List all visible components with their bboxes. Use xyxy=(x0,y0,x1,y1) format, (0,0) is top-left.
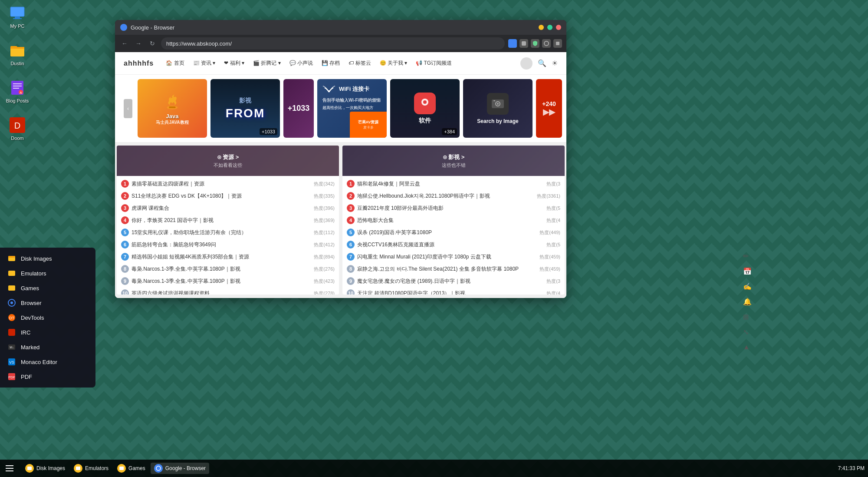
item-num-r8: 8 xyxy=(347,265,355,273)
desktop-icon-doom[interactable]: D Doom xyxy=(9,116,26,141)
banner-wifi[interactable]: WiFi 连接卡 告别手动输入Wi-Fi密码的烦恼 超高性价比，一次购买大地方 … xyxy=(317,79,387,138)
sidebar-item-irc[interactable]: IRC xyxy=(0,325,95,340)
banner-java[interactable]: Java 马士兵JAVA教程 xyxy=(138,79,207,138)
sidebar-item-monaco[interactable]: VS Monaco Editor xyxy=(0,354,95,369)
sidebar-item-games[interactable]: Games xyxy=(0,281,95,295)
svg-text:PDF: PDF xyxy=(8,375,15,379)
ext-google-icon[interactable] xyxy=(508,39,517,48)
bell-icon[interactable]: 🔔 xyxy=(743,298,752,306)
list-item[interactable]: 3 豆瓣2021年度 10部评分最高外语电影 热度(5 xyxy=(342,202,565,214)
pencil-icon[interactable]: ✍ xyxy=(743,282,752,291)
svg-rect-1 xyxy=(15,17,20,18)
sidebar-item-emulators[interactable]: Emulators xyxy=(0,266,95,281)
browser-icon xyxy=(7,298,16,308)
item-heat: 热度(112) xyxy=(314,229,335,236)
close-button[interactable] xyxy=(556,25,561,30)
banner-software[interactable]: 软件 +384 xyxy=(390,79,460,138)
banner-search-by-image[interactable]: Search by Image xyxy=(463,79,533,138)
calendar-icon[interactable]: 📅 xyxy=(743,267,752,275)
list-item[interactable]: 2 地狱公使.Hellbound.Jiok지옥.2021.1080P韩语中字｜影… xyxy=(342,190,565,202)
list-item[interactable]: 10 天注定 超清BD1080P国语中字（2013）｜影视 热度(4 xyxy=(342,287,565,295)
list-item[interactable]: 7 精选韩国小姐姐 短视频4K画质系列35部合集｜资源 热度(894) xyxy=(117,251,339,263)
list-item[interactable]: 1 猫和老鼠4k修复｜阿里云盘 热度(3 xyxy=(342,178,565,190)
nav-news[interactable]: 📰 资讯 ▾ xyxy=(190,58,219,69)
right-panel-header: ⊙ 影视 > 这些也不错 xyxy=(342,146,565,176)
nav-about[interactable]: 😊 关于我 ▾ xyxy=(376,58,411,69)
browser-titlebar: Google - Browser xyxy=(115,20,566,35)
chevron-up-icon[interactable]: ▲ xyxy=(743,343,752,351)
minimize-button[interactable] xyxy=(539,25,544,30)
taskbar-menu-button[interactable] xyxy=(3,462,16,474)
list-item[interactable]: 2 S11全球总决赛 EDG vs DK【4K+1080】｜资源 热度(335) xyxy=(117,190,339,202)
sidebar-item-browser[interactable]: Browser xyxy=(0,295,95,310)
svg-rect-14 xyxy=(8,271,15,276)
forward-button[interactable]: → xyxy=(133,38,144,49)
sidebar-item-pdf[interactable]: PDF PDF xyxy=(0,369,95,384)
item-num-2: 2 xyxy=(121,192,129,200)
svg-point-43 xyxy=(156,466,161,470)
svg-rect-2 xyxy=(13,18,22,19)
list-item[interactable]: 9 毒枭.Narcos.1-3季.全集.中英字幕.1080P｜影视 热度(423… xyxy=(117,275,339,287)
ext-extra-icon[interactable] xyxy=(553,39,562,48)
list-item[interactable]: 1 素描零基础直达四级课程｜资源 热度(342) xyxy=(117,178,339,190)
item-text: 毒枭.Narcos.1-3季.全集.中英字幕.1080P｜影视 xyxy=(132,278,311,285)
list-item[interactable]: 4 恐怖电影大合集 热度(4 xyxy=(342,214,565,226)
ext-vpn-icon[interactable] xyxy=(542,39,551,48)
irc-icon xyxy=(7,328,16,337)
sidebar-item-disk-images[interactable]: Disk Images xyxy=(0,251,95,266)
nav-welfare[interactable]: ❤ 福利 ▾ xyxy=(220,58,248,69)
nav-archive[interactable]: 💾 存档 xyxy=(318,58,343,69)
address-bar[interactable]: https://www.abskoop.com/ xyxy=(161,37,505,50)
resize-icon[interactable]: ⤡ xyxy=(743,328,752,336)
banner-movie[interactable]: 影视 FROM +1033 xyxy=(210,79,280,138)
left-panel-header: ⊙ 资源 > 不如看看这些 xyxy=(117,146,339,176)
taskbar-item-emulators[interactable]: Emulators xyxy=(70,463,112,474)
nav-home[interactable]: 🏠 首页 xyxy=(162,58,187,69)
list-item[interactable]: 5 15堂实用礼仪课，助你职场生活游刃有余（完结） 热度(112) xyxy=(117,226,339,238)
taskbar-emulators-icon xyxy=(74,464,82,473)
refresh-button[interactable]: ↻ xyxy=(147,38,158,49)
taskbar-item-games[interactable]: Games xyxy=(114,463,149,474)
banner-more[interactable]: +240 ▶▶ xyxy=(536,79,562,138)
list-item[interactable]: 3 虎课网 课程集合 热度(396) xyxy=(117,202,339,214)
desktop-icon-my-pc[interactable]: My PC xyxy=(9,4,26,29)
nav-tg[interactable]: 📢 TG订阅频道 xyxy=(412,58,455,69)
desktop-icon-dustin[interactable]: Dustin xyxy=(9,42,26,66)
item-text: 闪电重生 Minnal Murali (2021)印度语中字 1080p 云盘下… xyxy=(357,253,537,261)
table-icon[interactable]: ⊞ xyxy=(743,313,752,321)
list-item[interactable]: 4 你好，李焕英 2021 国语中字｜影视 热度(369) xyxy=(117,214,339,226)
nav-tinkering[interactable]: 🎬 折腾记 ▾ xyxy=(250,58,284,69)
banner-sub1[interactable]: +1033 xyxy=(283,79,314,138)
nav-tags[interactable]: 🏷 标签云 xyxy=(345,58,374,69)
browser-toolbar: ← → ↻ https://www.abskoop.com/ xyxy=(115,35,566,52)
item-heat: 热度(278) xyxy=(314,290,335,295)
taskbar-item-disk-images[interactable]: Disk Images xyxy=(22,463,69,474)
carousel-prev-btn[interactable]: ‹ xyxy=(124,79,132,138)
svg-rect-0 xyxy=(10,7,24,17)
marked-icon: M↓ xyxy=(7,342,16,352)
svg-rect-39 xyxy=(493,100,495,101)
back-button[interactable]: ← xyxy=(119,38,130,49)
desktop-icon-blog-posts[interactable]: A Blog Posts xyxy=(6,79,29,103)
ext-puzzle-icon[interactable] xyxy=(519,39,528,48)
list-item[interactable]: 9 魔女宅急便.魔女の宅急便 (1989).日语中字｜影视 热度(3 xyxy=(342,275,565,287)
list-item[interactable]: 5 误杀 (2019)国语.中英字幕1080P 热度(449) xyxy=(342,226,565,238)
edit-icon[interactable]: ✏ xyxy=(743,252,752,260)
list-item[interactable]: 6 筋筋急转弯合集：脑筋急转弯3649问 热度(412) xyxy=(117,238,339,251)
maximize-button[interactable] xyxy=(547,25,552,30)
list-item[interactable]: 7 闪电重生 Minnal Murali (2021)印度语中字 1080p 云… xyxy=(342,251,565,263)
list-item[interactable]: 8 毒枭.Narcos.1-3季.全集.中英字幕.1080P｜影视 热度(276… xyxy=(117,263,339,275)
list-item[interactable]: 6 央视CCTV16奥林匹克频道直播源 热度(5 xyxy=(342,238,565,251)
list-item[interactable]: 8 寂静之海.고요의 바다.The Silent Sea(2021) 全集 多音… xyxy=(342,263,565,275)
item-text: 魔女宅急便.魔女の宅急便 (1989).日语中字｜影视 xyxy=(357,278,544,285)
search-icon[interactable]: 🔍 xyxy=(538,59,546,67)
nav-whisper[interactable]: 💬 小声说 xyxy=(286,58,316,69)
taskbar-item-browser[interactable]: Google - Browser xyxy=(151,463,209,474)
svg-rect-33 xyxy=(169,106,176,108)
theme-toggle-icon[interactable]: ☀ xyxy=(552,59,558,67)
list-item[interactable]: 10 英语四六级考试培训视频课程资料 热度(278) xyxy=(117,287,339,295)
svg-rect-31 xyxy=(556,42,559,45)
sidebar-item-devtools[interactable]: DT DevTools xyxy=(0,310,95,325)
sidebar-item-marked[interactable]: M↓ Marked xyxy=(0,340,95,354)
ext-shield-icon[interactable] xyxy=(531,39,539,48)
